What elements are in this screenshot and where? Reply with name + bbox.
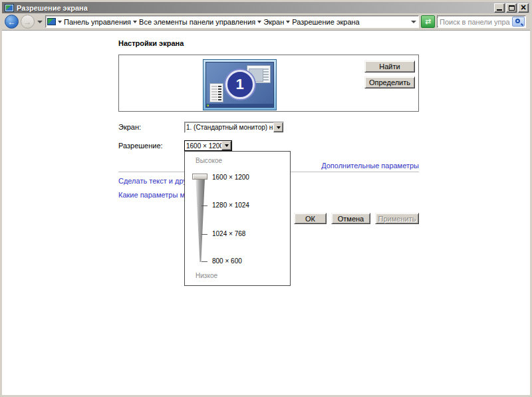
resolution-slider-track[interactable] [196, 175, 205, 262]
refresh-button[interactable] [421, 15, 435, 28]
minimize-button[interactable] [494, 3, 505, 13]
tick-mark [201, 205, 207, 206]
preview-taskbar [206, 104, 273, 107]
window-title: Разрешение экрана [17, 4, 493, 12]
chevron-down-icon [225, 144, 229, 147]
ok-button[interactable]: ОК [294, 213, 327, 224]
screen-combobox[interactable]: 1. (Стандартный монитор) на [184, 122, 284, 133]
high-range-label: Высокое [196, 157, 222, 164]
page-title: Настройки экрана [118, 39, 184, 47]
magnifier-icon [515, 19, 520, 23]
recent-pages-chevron-icon[interactable] [37, 21, 43, 23]
resolution-option-1024x768: 1024 × 768 [212, 230, 245, 237]
address-bar[interactable]: Панель управления Все элементы панели уп… [45, 15, 419, 28]
resolution-dropdown-panel: Высокое 1600 × 1200 1280 × 1024 1024 × 7… [184, 151, 291, 286]
navigation-toolbar: Панель управления Все элементы панели уп… [2, 13, 530, 31]
search-box [437, 15, 526, 28]
search-input[interactable] [438, 18, 512, 26]
resolution-combobox-arrow[interactable] [221, 141, 231, 150]
identify-button[interactable]: Определить [364, 76, 415, 88]
screen-combobox-arrow[interactable] [273, 122, 283, 132]
chevron-down-icon [277, 126, 281, 129]
maximize-icon [509, 5, 515, 11]
forward-button[interactable] [21, 15, 35, 29]
search-button[interactable] [512, 17, 525, 27]
resolution-option-1600x1200: 1600 × 1200 [212, 174, 249, 181]
monitor-number-badge: 1 [225, 70, 255, 99]
breadcrumb-separator-icon[interactable] [286, 21, 290, 23]
monitor-screen-graphic: 1 [205, 62, 274, 108]
monitor-preview-area: 1 Найти Определить [118, 55, 419, 112]
maximize-button[interactable] [506, 3, 517, 13]
location-monitor-icon [47, 18, 56, 25]
resolution-slider-thumb[interactable] [192, 174, 207, 180]
resolution-option-1280x1024: 1280 × 1024 [212, 201, 249, 209]
back-button[interactable] [5, 15, 19, 29]
resolution-combobox[interactable]: 1600 × 1200 [184, 140, 232, 151]
monitor-preview[interactable]: 1 [203, 59, 277, 110]
breadcrumb-separator-icon[interactable] [133, 21, 137, 23]
breadcrumb-display[interactable]: Экран [263, 18, 284, 26]
resolution-option-800x600: 800 × 600 [212, 257, 242, 265]
address-dropdown-icon[interactable] [411, 21, 416, 23]
preview-window-bottom-left-icon [209, 83, 223, 102]
apply-button-disabled[interactable]: Применить [375, 213, 419, 224]
close-button[interactable] [518, 3, 529, 13]
screen-combobox-value: 1. (Стандартный монитор) на [185, 124, 273, 131]
tick-mark [201, 234, 207, 235]
close-icon [519, 4, 528, 12]
low-range-label: Низкое [196, 272, 217, 279]
minimize-icon [497, 9, 502, 11]
detect-button[interactable]: Найти [364, 61, 415, 72]
screen-label: Экран: [118, 123, 141, 131]
main-content: Настройки экрана 1 Найти Определить Экра… [2, 31, 530, 395]
breadcrumb-dropdown-icon[interactable] [58, 21, 62, 23]
monitor-number: 1 [235, 77, 243, 92]
title-bar: Разрешение экрана [2, 2, 530, 13]
tick-mark [201, 261, 207, 262]
resolution-label: Разрешение: [118, 142, 163, 150]
resolution-combobox-value: 1600 × 1200 [185, 142, 221, 150]
screen-resolution-window: Разрешение экрана Панель управления Все … [0, 0, 532, 397]
breadcrumb-separator-icon[interactable] [257, 21, 261, 23]
breadcrumb-control-panel[interactable]: Панель управления [64, 18, 131, 26]
display-app-icon [5, 4, 14, 12]
advanced-settings-link[interactable]: Дополнительные параметры [321, 162, 419, 170]
breadcrumb-all-items[interactable]: Все элементы панели управления [139, 18, 255, 26]
preview-start-button-icon [207, 104, 209, 106]
cancel-button[interactable]: Отмена [331, 213, 370, 224]
breadcrumb-screen-resolution[interactable]: Разрешение экрана [292, 18, 359, 26]
